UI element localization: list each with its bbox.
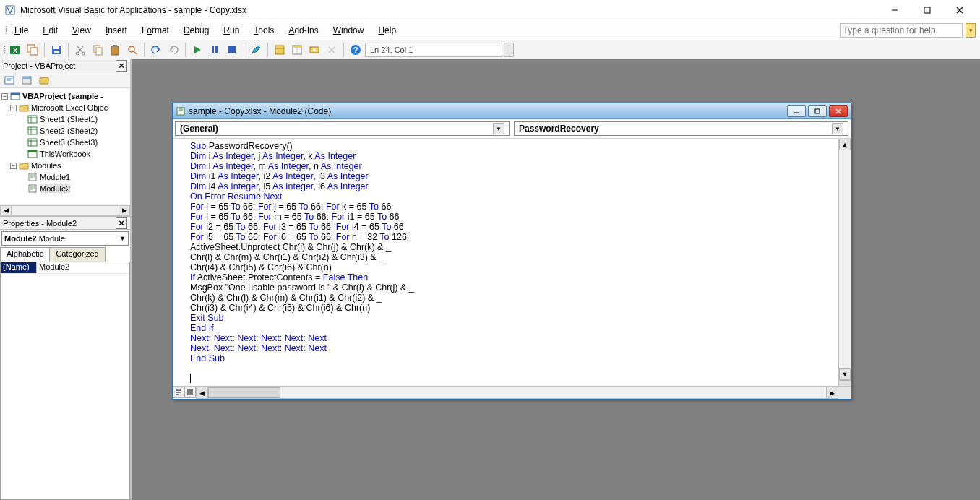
toolbar: ⁞ X ? Ln 24, Col 1 — [0, 40, 980, 59]
property-value-cell[interactable]: Module2 — [37, 262, 129, 274]
code-editor[interactable]: Sub PasswordRecovery() Dim i As Integer,… — [173, 139, 838, 386]
tab-categorized[interactable]: Categorized — [49, 247, 105, 262]
svg-rect-36 — [22, 77, 31, 79]
properties-object-name: Module2 — [4, 234, 37, 243]
properties-panel-close[interactable]: × — [116, 217, 127, 229]
chevron-down-icon: ▼ — [832, 123, 843, 134]
folder-icon — [19, 103, 29, 112]
object-combo[interactable]: (General)▼ — [175, 121, 510, 136]
collapse-icon[interactable]: − — [10, 163, 17, 169]
line-column-dropdown[interactable] — [504, 43, 514, 57]
save-button[interactable] — [48, 42, 64, 58]
minimize-button[interactable] — [878, 0, 911, 20]
design-mode-button[interactable] — [248, 42, 264, 58]
properties-panel-title: Properties - Module2 — [3, 219, 77, 228]
scroll-left-icon[interactable]: ◀ — [0, 205, 12, 215]
module-icon — [27, 184, 38, 193]
menu-format[interactable]: Format — [134, 24, 176, 37]
paste-button[interactable] — [107, 42, 123, 58]
view-object-button[interactable] — [19, 72, 35, 88]
app-icon — [4, 4, 16, 16]
scroll-thumb[interactable] — [208, 387, 280, 398]
properties-grid[interactable]: (Name) Module2 — [0, 262, 130, 500]
project-panel-close[interactable]: × — [116, 60, 127, 72]
procedure-combo[interactable]: PasswordRecovery▼ — [514, 121, 848, 136]
svg-rect-42 — [28, 127, 37, 134]
project-tree-hscroll[interactable]: ◀ ▶ — [0, 204, 130, 215]
close-button[interactable] — [943, 0, 976, 20]
scroll-right-icon[interactable]: ▶ — [826, 387, 838, 398]
folder-icon — [19, 161, 29, 170]
tree-thisworkbook[interactable]: ThisWorkbook — [40, 150, 90, 158]
tree-sheet1[interactable]: Sheet1 (Sheet1) — [40, 115, 98, 124]
reset-button[interactable] — [224, 42, 240, 58]
svg-point-29 — [313, 48, 316, 51]
properties-button[interactable] — [289, 42, 305, 58]
scroll-right-icon[interactable]: ▶ — [119, 205, 130, 215]
run-button[interactable] — [189, 42, 205, 58]
properties-object-combo[interactable]: Module2 Module ▼ — [1, 231, 129, 246]
cut-button[interactable] — [72, 42, 88, 58]
break-button[interactable] — [207, 42, 223, 58]
view-code-button[interactable] — [1, 72, 17, 88]
svg-rect-2 — [924, 7, 930, 13]
code-maximize-button[interactable] — [808, 105, 827, 117]
code-minimize-button[interactable] — [787, 105, 806, 117]
procedure-view-button[interactable] — [173, 387, 184, 398]
tree-module1[interactable]: Module1 — [40, 173, 70, 181]
copy-button[interactable] — [90, 42, 106, 58]
properties-panel: Properties - Module2 × Module2 Module ▼ … — [0, 217, 130, 500]
property-name-cell[interactable]: (Name) — [1, 262, 37, 274]
menu-addins[interactable]: Add-Ins — [281, 24, 325, 37]
svg-line-19 — [134, 51, 137, 54]
undo-button[interactable] — [148, 42, 164, 58]
tree-modules-folder[interactable]: Modules — [31, 161, 61, 170]
find-button[interactable] — [124, 42, 140, 58]
collapse-icon[interactable]: − — [10, 105, 17, 111]
tree-project-root[interactable]: VBAProject (sample - — [22, 92, 103, 100]
svg-point-18 — [129, 46, 134, 52]
menu-window[interactable]: Window — [326, 24, 371, 37]
full-module-view-button[interactable] — [184, 387, 196, 398]
scroll-left-icon[interactable]: ◀ — [197, 387, 208, 398]
menu-tools[interactable]: Tools — [246, 24, 281, 37]
menu-edit[interactable]: Edit — [35, 24, 65, 37]
sheet-icon — [27, 115, 38, 124]
tab-alphabetic[interactable]: Alphabetic — [0, 247, 50, 262]
menu-file[interactable]: File — [7, 24, 35, 37]
svg-rect-62 — [815, 109, 820, 113]
insert-module-button[interactable] — [25, 42, 40, 58]
object-browser-button[interactable] — [306, 42, 322, 58]
redo-button[interactable] — [166, 42, 181, 58]
toolbox-button[interactable] — [324, 42, 340, 58]
tree-excel-objects[interactable]: Microsoft Excel Objec — [31, 103, 108, 112]
help-button[interactable]: ? — [348, 42, 364, 58]
code-hscrollbar[interactable]: ◀ ▶ — [196, 387, 838, 399]
properties-object-type: Module — [39, 234, 65, 243]
code-window-titlebar[interactable]: sample - Copy.xlsx - Module2 (Code) — [173, 103, 851, 119]
scroll-up-icon[interactable]: ▲ — [839, 139, 851, 150]
menu-insert[interactable]: Insert — [98, 24, 134, 37]
scroll-down-icon[interactable]: ▼ — [839, 368, 851, 380]
svg-rect-21 — [215, 46, 218, 53]
menu-run[interactable]: Run — [216, 24, 246, 37]
code-window: sample - Copy.xlsx - Module2 (Code) (Gen… — [172, 103, 851, 400]
menu-help[interactable]: Help — [371, 24, 403, 37]
project-explorer-header: Project - VBAProject × — [0, 59, 130, 72]
menu-view[interactable]: View — [65, 24, 98, 37]
code-close-button[interactable] — [829, 105, 848, 117]
tree-sheet2[interactable]: Sheet2 (Sheet2) — [40, 126, 98, 135]
collapse-icon[interactable]: − — [1, 93, 8, 100]
menu-debug[interactable]: Debug — [176, 24, 216, 37]
help-search-dropdown[interactable]: ▾ — [966, 23, 976, 38]
tree-module2[interactable]: Module2 — [40, 184, 70, 193]
project-explorer-button[interactable] — [272, 42, 288, 58]
scroll-split-handle[interactable] — [839, 380, 851, 386]
toggle-folders-button[interactable] — [36, 72, 52, 88]
help-search-input[interactable] — [840, 23, 963, 38]
tree-sheet3[interactable]: Sheet3 (Sheet3) — [40, 138, 98, 147]
view-excel-button[interactable]: X — [7, 42, 23, 58]
maximize-button[interactable] — [911, 0, 943, 20]
project-tree[interactable]: −VBAProject (sample - −Microsoft Excel O… — [0, 88, 130, 204]
code-vscrollbar[interactable]: ▲ ▼ — [838, 139, 851, 386]
